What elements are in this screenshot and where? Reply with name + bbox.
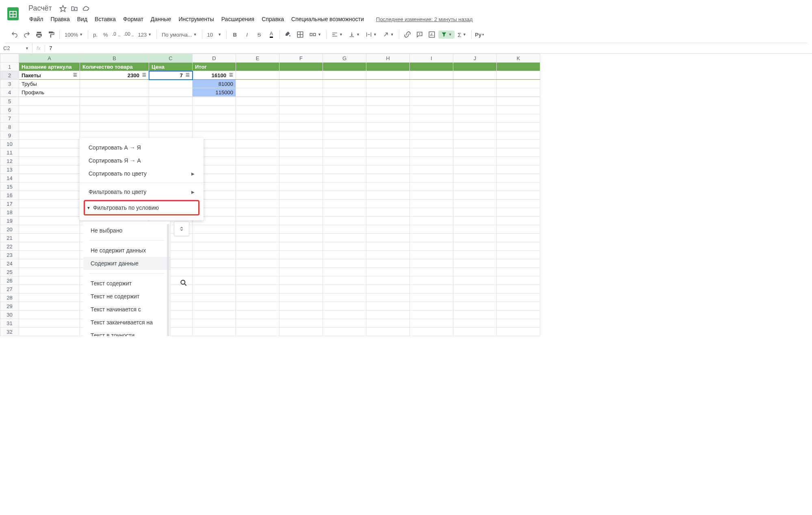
- cell[interactable]: [366, 157, 410, 165]
- cell[interactable]: [453, 71, 497, 80]
- formula-input[interactable]: 7: [45, 45, 812, 51]
- cell[interactable]: [366, 293, 410, 302]
- cell[interactable]: [497, 123, 540, 131]
- cell[interactable]: [80, 88, 149, 97]
- cell[interactable]: [236, 71, 279, 80]
- cell[interactable]: [279, 251, 323, 259]
- redo-button[interactable]: [21, 29, 32, 40]
- condition-text-not-contains[interactable]: Текст не содержит: [83, 290, 170, 303]
- cell[interactable]: [236, 97, 279, 106]
- cell[interactable]: [497, 225, 540, 234]
- cell[interactable]: [497, 191, 540, 200]
- cell[interactable]: [80, 80, 149, 88]
- cell[interactable]: [453, 183, 497, 191]
- cell[interactable]: [323, 63, 366, 71]
- cell[interactable]: [323, 88, 366, 97]
- cell[interactable]: [497, 208, 540, 217]
- borders-button[interactable]: [294, 29, 306, 40]
- row-header[interactable]: 5: [0, 97, 19, 106]
- cell[interactable]: [323, 225, 366, 234]
- cell[interactable]: [453, 123, 497, 131]
- search-button[interactable]: [174, 274, 193, 292]
- cell[interactable]: [236, 293, 279, 302]
- decrease-decimal-button[interactable]: .0 ←: [111, 29, 123, 40]
- cell[interactable]: [236, 328, 279, 336]
- cell[interactable]: [19, 259, 80, 268]
- filter-by-condition[interactable]: ▼Фильтровать по условию: [85, 201, 198, 214]
- col-header-j[interactable]: J: [453, 54, 497, 63]
- cell[interactable]: [279, 225, 323, 234]
- cell[interactable]: [236, 174, 279, 183]
- cell[interactable]: [453, 140, 497, 148]
- cell[interactable]: [279, 140, 323, 148]
- cell[interactable]: [236, 311, 279, 319]
- cell[interactable]: [323, 140, 366, 148]
- row-header[interactable]: 4: [0, 88, 19, 97]
- cell[interactable]: [366, 217, 410, 225]
- cell[interactable]: [236, 234, 279, 242]
- cell[interactable]: [323, 268, 366, 276]
- cell[interactable]: [19, 217, 80, 225]
- cell[interactable]: [410, 251, 453, 259]
- cell[interactable]: [366, 123, 410, 131]
- cell[interactable]: [366, 165, 410, 174]
- cell[interactable]: [323, 131, 366, 140]
- cell[interactable]: [149, 97, 193, 106]
- currency-button[interactable]: р.: [91, 30, 100, 39]
- row-header[interactable]: 22: [0, 242, 19, 251]
- cell[interactable]: [279, 259, 323, 268]
- cell[interactable]: [497, 157, 540, 165]
- cell[interactable]: Название артикула: [19, 63, 80, 71]
- cell[interactable]: [279, 148, 323, 157]
- cell[interactable]: [236, 208, 279, 217]
- row-header[interactable]: 23: [0, 251, 19, 259]
- cell[interactable]: [19, 140, 80, 148]
- cell[interactable]: [366, 242, 410, 251]
- cell[interactable]: [366, 311, 410, 319]
- cell[interactable]: [410, 165, 453, 174]
- cell[interactable]: [279, 200, 323, 208]
- text-rotation-button[interactable]: ▼: [380, 30, 396, 39]
- col-header-f[interactable]: F: [279, 54, 323, 63]
- cell[interactable]: [410, 276, 453, 285]
- cell[interactable]: [236, 157, 279, 165]
- cell[interactable]: [323, 200, 366, 208]
- cell[interactable]: [497, 268, 540, 276]
- cell[interactable]: [366, 302, 410, 311]
- cell[interactable]: [236, 63, 279, 71]
- cell[interactable]: [410, 293, 453, 302]
- cell[interactable]: [410, 225, 453, 234]
- cell[interactable]: [279, 183, 323, 191]
- cell[interactable]: [279, 319, 323, 328]
- condition-none[interactable]: Не выбрано: [83, 224, 170, 237]
- cell[interactable]: [193, 225, 236, 234]
- cell[interactable]: [453, 191, 497, 200]
- horizontal-align-button[interactable]: ▼: [329, 30, 345, 39]
- cell[interactable]: [236, 251, 279, 259]
- cell[interactable]: [19, 302, 80, 311]
- menu-extensions[interactable]: Расширения: [218, 14, 258, 24]
- cell[interactable]: [193, 276, 236, 285]
- filter-icon[interactable]: ☰: [184, 72, 190, 78]
- col-header-c[interactable]: C: [149, 54, 193, 63]
- row-header[interactable]: 13: [0, 165, 19, 174]
- cell[interactable]: [236, 106, 279, 114]
- cell[interactable]: [497, 63, 540, 71]
- cell[interactable]: [453, 225, 497, 234]
- cell[interactable]: [80, 97, 149, 106]
- cell[interactable]: [497, 114, 540, 123]
- cell[interactable]: [453, 157, 497, 165]
- condition-text-contains[interactable]: Текст содержит: [83, 277, 170, 290]
- row-header[interactable]: 1: [0, 63, 19, 71]
- row-header[interactable]: 11: [0, 148, 19, 157]
- cell[interactable]: [236, 191, 279, 200]
- cloud-status-icon[interactable]: [82, 5, 89, 12]
- cell[interactable]: [366, 200, 410, 208]
- cell[interactable]: [497, 140, 540, 148]
- cell[interactable]: [279, 276, 323, 285]
- row-header[interactable]: 9: [0, 131, 19, 140]
- cell[interactable]: [19, 148, 80, 157]
- menu-tools[interactable]: Инструменты: [175, 14, 217, 24]
- cell[interactable]: [453, 165, 497, 174]
- cell[interactable]: [497, 276, 540, 285]
